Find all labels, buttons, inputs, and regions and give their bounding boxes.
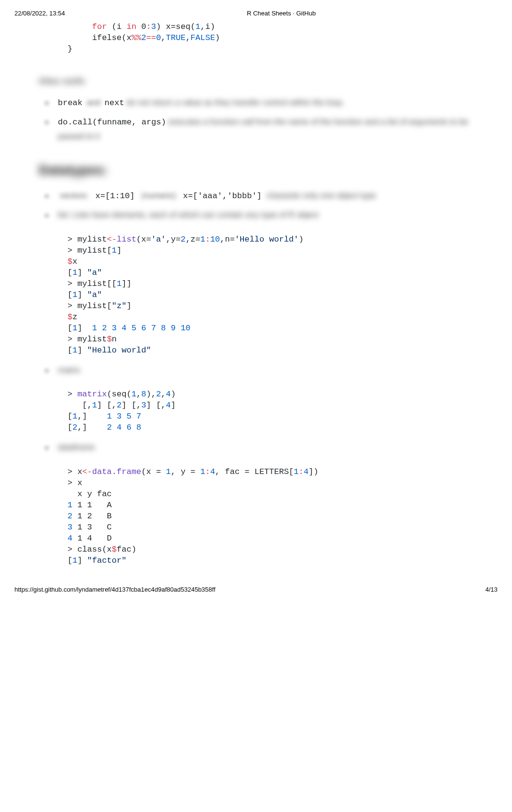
bullet-break-next: break and next do not return a value as … — [48, 94, 483, 113]
code-block-matrix: > matrix(seq(1,8),2,4) [,1] [,2] [,3] [,… — [34, 389, 483, 433]
bullet-list-datatypes: vectors: x=[1:10] (numeric) x=['aaa','bb… — [29, 187, 483, 225]
footer-page-number: 4/13 — [485, 586, 498, 593]
bullet-do-call: do.call(funname, args) executes a functi… — [48, 113, 483, 146]
code-block-list: > mylist<-list(x='a',y=2,z=1:10,n='Hello… — [34, 234, 483, 356]
bullet-vectors: vectors: x=[1:10] (numeric) x=['aaa','bb… — [48, 187, 483, 206]
page-footer: https://gist.github.com/lyndametref/4d13… — [0, 581, 512, 603]
bullet-list-matrix: matrix — [29, 361, 483, 380]
code-block-dataframe: > x<-data.frame(x = 1, y = 1:4, fac = LE… — [34, 467, 483, 566]
bullet-list: list: Lists have elements, each of which… — [48, 206, 483, 225]
bullet-list-other: break and next do not return a value as … — [29, 94, 483, 146]
heading-other: Other stuffs — [39, 77, 483, 86]
bullet-list-dataframe: dataframe — [29, 438, 483, 457]
footer-url: https://gist.github.com/lyndametref/4d13… — [14, 586, 216, 593]
page-title: R Cheat Sheets · GitHub — [65, 10, 498, 17]
print-timestamp: 22/08/2022, 13:54 — [14, 10, 65, 17]
heading-datatypes: Datatypes: — [39, 162, 483, 178]
bullet-matrix: matrix — [48, 361, 483, 380]
page-header: 22/08/2022, 13:54 R Cheat Sheets · GitHu… — [0, 0, 512, 22]
code-block-for-ifelse: for (i in 0:3) x=seq(1,i) ifelse(x%%2==0… — [29, 22, 483, 60]
bullet-dataframe: dataframe — [48, 438, 483, 457]
document-content: for (i in 0:3) x=seq(1,i) ifelse(x%%2==0… — [0, 22, 512, 581]
